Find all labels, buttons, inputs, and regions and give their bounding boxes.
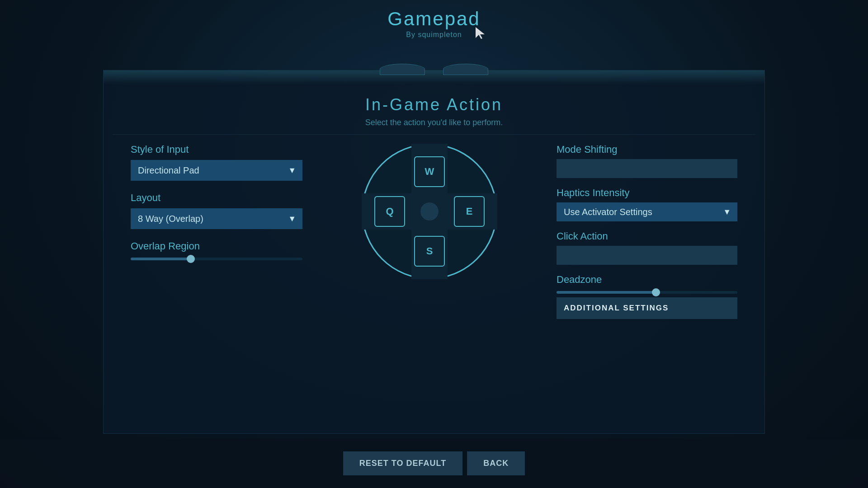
action-title: In-Game Action — [113, 95, 755, 114]
overlap-slider-thumb[interactable] — [187, 255, 195, 263]
action-subtitle: Select the action you'd like to perform. — [113, 118, 755, 127]
layout-select[interactable]: 4 Way (No Overlap) 8 Way (Overlap) Custo… — [131, 208, 302, 229]
style-of-input-label: Style of Input — [131, 144, 302, 155]
dpad-up-key[interactable]: W — [414, 156, 445, 187]
dpad-center-dot — [420, 202, 439, 221]
dpad-down-key[interactable]: S — [414, 236, 445, 267]
deadzone-label: Deadzone — [557, 274, 737, 286]
style-of-input-wrapper: Directional Pad Joystick Mouse ▼ — [131, 160, 302, 181]
deadzone-slider-fill — [557, 291, 656, 294]
content-panel: In-Game Action Select the action you'd l… — [103, 70, 765, 434]
header: Gamepad By squimpleton — [0, 0, 868, 39]
click-action-input[interactable] — [557, 246, 737, 265]
haptics-intensity-select[interactable]: Use Activator Settings Off Low Medium Hi… — [557, 202, 737, 221]
layout-label: Layout — [131, 192, 302, 204]
dpad-container: W S Q E — [362, 144, 497, 279]
left-panel: Style of Input Directional Pad Joystick … — [131, 144, 302, 260]
reset-to-default-button[interactable]: RESET TO DEFAULT — [343, 451, 462, 475]
dpad-left-key[interactable]: Q — [374, 196, 405, 227]
mode-shifting-input[interactable] — [557, 159, 737, 178]
style-of-input-select[interactable]: Directional Pad Joystick Mouse — [131, 160, 302, 181]
back-button[interactable]: BACK — [467, 451, 525, 475]
main-content: Style of Input Directional Pad Joystick … — [104, 135, 764, 328]
right-bumper — [443, 64, 488, 75]
center-panel: W S Q E — [321, 144, 538, 279]
haptics-intensity-label: Haptics Intensity — [557, 187, 737, 199]
app-title: Gamepad — [0, 8, 868, 30]
additional-settings-button[interactable]: ADDITIONAL SETTINGS — [557, 297, 737, 319]
deadzone-slider-thumb[interactable] — [652, 288, 660, 296]
overlap-slider-fill — [131, 258, 191, 260]
right-panel: Mode Shifting Haptics Intensity Use Acti… — [557, 144, 737, 319]
deadzone-slider-wrapper — [557, 291, 737, 294]
overlap-region-label: Overlap Region — [131, 240, 302, 252]
gamepad-bumpers — [380, 64, 488, 75]
click-action-label: Click Action — [557, 230, 737, 242]
deadzone-slider-track[interactable] — [557, 291, 737, 294]
action-header: In-Game Action Select the action you'd l… — [104, 84, 764, 134]
left-bumper — [380, 64, 425, 75]
dpad-right-key[interactable]: E — [454, 196, 485, 227]
haptics-intensity-wrapper: Use Activator Settings Off Low Medium Hi… — [557, 202, 737, 221]
app-subtitle: By squimpleton — [0, 31, 868, 39]
gamepad-image-area — [104, 70, 764, 84]
layout-wrapper: 4 Way (No Overlap) 8 Way (Overlap) Custo… — [131, 208, 302, 229]
footer: RESET TO DEFAULT BACK — [0, 438, 868, 488]
overlap-slider-track[interactable] — [131, 258, 302, 260]
mode-shifting-label: Mode Shifting — [557, 144, 737, 155]
overlap-slider-wrapper — [131, 258, 302, 260]
